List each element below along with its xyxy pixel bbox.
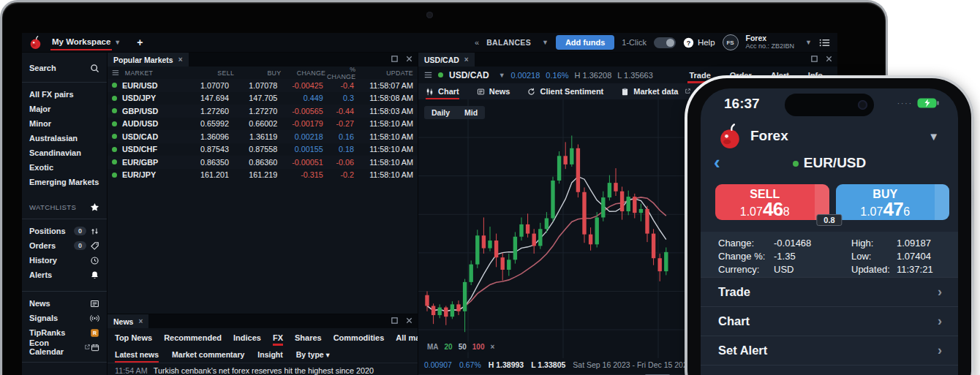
chevron-down-icon[interactable]: ▼ — [542, 39, 549, 46]
balances-menu[interactable]: BALANCES — [486, 38, 531, 47]
change-cell: -0.00179 — [277, 119, 323, 128]
market-name: EUR/USD — [122, 81, 158, 90]
close-icon[interactable]: × — [178, 56, 183, 64]
news-tab-fx[interactable]: FX — [273, 330, 283, 345]
sidebar-item-watchlists[interactable]: WATCHLISTS — [22, 200, 107, 214]
subtab-news[interactable]: News — [477, 85, 510, 98]
news-tab-indices[interactable]: Indices — [233, 330, 261, 345]
help-button[interactable]: ? Help — [683, 37, 715, 48]
sell-cell: 0.65992 — [181, 119, 229, 128]
news-tab-top-news[interactable]: Top News — [115, 330, 152, 345]
forex-logo-icon — [29, 36, 42, 49]
news-filter-market-commentary[interactable]: Market commentary — [172, 347, 244, 362]
collapse-balances-icon[interactable]: « — [475, 38, 479, 47]
popular-markets-panel: Popular Markets × MARKET SELL BUY CHANGE… — [108, 53, 418, 314]
sidebar-item-history[interactable]: History — [22, 253, 107, 268]
table-row-aud-usd[interactable]: AUD/USD0.659920.66002-0.00179-0.2711:58:… — [108, 118, 418, 131]
menu-item-chart[interactable]: Chart› — [701, 306, 958, 336]
stat-label: Updated: — [851, 264, 890, 275]
sidebar-item-exotic[interactable]: Exotic — [22, 160, 107, 175]
table-row-eur-usd[interactable]: EUR/USD1.070701.07078-0.00425-0.411:58:0… — [108, 79, 418, 92]
table-row-eur-gbp[interactable]: EUR/GBP0.863500.86360-0.00051-0.0611:58:… — [108, 156, 418, 169]
close-icon[interactable] — [405, 55, 413, 63]
news-tab-all-markets[interactable]: All markets — [396, 330, 418, 345]
tab-popular-markets[interactable]: Popular Markets × — [108, 53, 189, 67]
news-tab-commodities[interactable]: Commodities — [333, 330, 385, 345]
change-cell: -0.00051 — [277, 158, 323, 167]
timeframe-mid[interactable]: Mid — [457, 106, 485, 119]
workspace-tab[interactable]: My Workspace — [52, 37, 110, 48]
search-input[interactable]: Search — [22, 58, 107, 77]
maximize-icon[interactable] — [391, 55, 399, 63]
ma-period-100[interactable]: 100 — [472, 343, 485, 351]
sidebar-item-econ-calendar[interactable]: Econ Calendar — [22, 340, 107, 355]
sidebar-item-minor[interactable]: Minor — [22, 116, 107, 131]
chevron-down-icon[interactable]: ▼ — [928, 130, 939, 143]
sidebar-item-scandinavian[interactable]: Scandinavian — [22, 145, 107, 160]
sell-button[interactable]: SELL 1.07468 — [715, 184, 829, 220]
buy-cell: 147.705 — [229, 94, 277, 102]
hamburger-icon[interactable] — [112, 69, 119, 77]
news-tab-recommended[interactable]: Recommended — [164, 330, 222, 345]
sidebar-item-news[interactable]: News — [22, 296, 107, 311]
news-filter-by-type[interactable]: By type ▾ — [296, 347, 330, 362]
menu-item-trade[interactable]: Trade› — [701, 277, 958, 306]
sidebar-item-alerts[interactable]: Alerts — [22, 268, 107, 282]
table-row-eur-jpy[interactable]: EUR/JPY161.201161.219-0.315-0.211:58:10 … — [108, 169, 418, 182]
sell-cell: 147.694 — [181, 94, 229, 102]
add-funds-button[interactable]: Add funds — [556, 35, 614, 50]
table-row-usd-chf[interactable]: USD/CHF0.875430.875580.001550.1811:58:10… — [108, 143, 418, 156]
subtab-client-sentiment[interactable]: Client Sentiment — [527, 85, 603, 98]
sidebar-item-signals[interactable]: Signals — [22, 311, 107, 325]
sidebar-item-all-fx-pairs[interactable]: All FX pairs — [22, 87, 107, 102]
close-icon[interactable] — [825, 55, 833, 63]
close-icon[interactable]: × — [138, 317, 143, 325]
sidebar-item-emerging-markets[interactable]: Emerging Markets — [22, 175, 107, 189]
subtab-market-data[interactable]: Market data — [621, 85, 691, 98]
update-cell: 11:58:10 AM — [354, 132, 418, 141]
buy-button[interactable]: BUY 1.07476 — [836, 184, 950, 220]
maximize-icon[interactable] — [810, 55, 818, 63]
sidebar-item-positions[interactable]: Positions0 — [22, 224, 107, 238]
timeframe-daily[interactable]: Daily — [424, 106, 457, 119]
phone-bezel: 16:37 ···· Forex ▼ ‹ EUR/USD — [687, 78, 971, 375]
hamburger-icon[interactable] — [424, 71, 432, 79]
ma-period-20[interactable]: 20 — [445, 343, 453, 351]
ma-period-50[interactable]: 50 — [459, 343, 467, 351]
account-avatar[interactable]: FS — [723, 34, 739, 50]
status-time: 16:37 — [724, 96, 760, 112]
table-row-gbp-usd[interactable]: GBP/USD1.272601.27270-0.00565-0.4411:58:… — [108, 105, 418, 118]
sidebar-item-tipranks[interactable]: TipRanksR — [22, 325, 107, 340]
menu-item-market-data[interactable]: Market Data› — [701, 365, 958, 375]
close-icon[interactable] — [405, 317, 413, 325]
sidebar-item-australasian[interactable]: Australasian — [22, 131, 107, 145]
chevron-down-icon[interactable]: ▼ — [805, 39, 812, 46]
subtab-label: News — [489, 87, 510, 96]
chevron-down-icon[interactable]: ▼ — [499, 72, 505, 79]
news-filter-latest-news[interactable]: Latest news — [115, 347, 159, 362]
sidebar-item-orders[interactable]: Orders0 — [22, 238, 107, 253]
one-click-toggle[interactable] — [654, 37, 676, 48]
table-row-usd-cad[interactable]: USD/CAD1.360961.361190.002180.1611:58:10… — [108, 130, 418, 143]
account-info[interactable]: Forex Acc no.: ZB2IBN — [746, 34, 795, 50]
news-filter-insight[interactable]: Insight — [257, 347, 282, 362]
maximize-icon[interactable] — [391, 317, 399, 325]
table-row-usd-jpy[interactable]: USD/JPY147.694147.7050.4490.311:58:08 AM — [108, 92, 418, 105]
subtab-chart[interactable]: Chart — [426, 85, 459, 98]
news-item[interactable]: 11:54 AMTurkish cenbank's net forex rese… — [108, 363, 418, 375]
range-high: H 1.38993 — [489, 360, 524, 369]
layout-menu-icon[interactable] — [819, 37, 830, 48]
tab-usdcad[interactable]: USD/CAD × — [418, 53, 475, 67]
close-icon[interactable]: × — [464, 56, 469, 64]
ma-close-icon[interactable]: × — [491, 343, 495, 351]
sidebar-item-major[interactable]: Major — [22, 102, 107, 116]
question-icon: ? — [683, 37, 694, 48]
spread-badge: 0.8 — [816, 214, 842, 226]
add-workspace-button[interactable]: + — [137, 37, 143, 48]
chevron-down-icon[interactable]: ▼ — [114, 39, 121, 46]
market-open-dot — [112, 134, 117, 139]
tab-news[interactable]: News × — [108, 314, 148, 328]
sidebar-item-label: Exotic — [29, 163, 53, 172]
menu-item-set-alert[interactable]: Set Alert› — [701, 336, 958, 365]
news-tab-shares[interactable]: Shares — [295, 330, 322, 345]
